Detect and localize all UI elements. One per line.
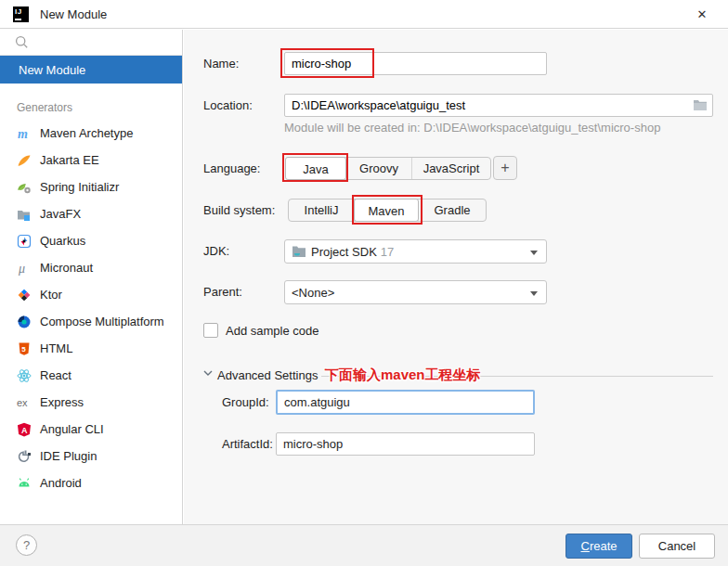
generators-section-label: Generators (17, 101, 72, 114)
sidebar-item-quarkus[interactable]: Quarkus (0, 227, 182, 254)
maven-coordinates-annotation: 下面输入maven工程坐标 (325, 367, 481, 384)
spring-initializr-icon (16, 179, 32, 195)
svg-text:μ: μ (18, 261, 25, 275)
create-button-label: reate (590, 539, 618, 553)
language-option-javascript[interactable]: JavaScript (412, 158, 490, 179)
build-system-segmented-control: IntelliJ Maven Gradle (288, 199, 487, 222)
sidebar-item-label: Micronaut (40, 261, 93, 275)
sidebar-item-react[interactable]: React (0, 362, 182, 389)
maven-archetype-icon: m (16, 125, 32, 141)
new-module-form: Name: micro-shop Location: D:\IDEA\works… (184, 30, 728, 524)
sidebar-item-android[interactable]: Android (0, 470, 182, 496)
sidebar-item-compose-multiplatform[interactable]: Compose Multiplatform (0, 308, 182, 335)
location-input[interactable]: D:\IDEA\workspace\atguigu_test (284, 94, 713, 117)
sidebar-item-label: JavaFX (40, 207, 81, 221)
language-option-groovy[interactable]: Groovy (346, 158, 412, 179)
language-segmented-control: Java Groovy JavaScript (285, 157, 491, 180)
sidebar-item-label: Angular CLI (40, 422, 104, 436)
advanced-settings-toggle[interactable]: Advanced Settings (217, 367, 318, 384)
chevron-down-icon (530, 291, 538, 296)
artifactid-input[interactable]: micro-shop (276, 432, 535, 456)
build-option-maven[interactable]: Maven (354, 199, 419, 222)
sidebar-item-jakarta-ee[interactable]: Jakarta EE (0, 147, 182, 174)
parent-label: Parent: (203, 280, 242, 303)
collapse-chevron-icon[interactable] (203, 369, 213, 377)
sidebar-item-angular-cli[interactable]: A Angular CLI (0, 416, 182, 443)
svg-text:A: A (21, 425, 28, 434)
name-input[interactable]: micro-shop (284, 52, 547, 75)
sidebar-item-label: Express (40, 395, 84, 409)
close-icon[interactable]: ✕ (693, 6, 711, 24)
android-icon (16, 475, 32, 491)
search-input[interactable] (0, 30, 182, 56)
language-label: Language: (203, 157, 260, 180)
sidebar-item-label: Quarkus (40, 234, 85, 248)
search-icon (15, 35, 29, 49)
build-option-gradle[interactable]: Gradle (419, 199, 486, 221)
dialog-footer: ? Create Cancel (0, 524, 728, 566)
micronaut-icon: μ (16, 260, 32, 276)
chevron-down-icon (530, 251, 538, 255)
sidebar-item-label: IDE Plugin (40, 449, 97, 463)
groupid-input[interactable]: com.atguigu (276, 390, 535, 415)
sidebar-item-micronaut[interactable]: μ Micronaut (0, 254, 182, 281)
jdk-label: JDK: (203, 239, 229, 263)
sidebar-item-ide-plugin[interactable]: IDE Plugin (0, 443, 182, 470)
help-button[interactable]: ? (16, 534, 37, 556)
react-icon (16, 367, 32, 383)
add-sample-code-checkbox[interactable] (203, 323, 218, 338)
svg-text:5: 5 (21, 344, 26, 353)
sidebar-item-express[interactable]: ex Express (0, 389, 182, 416)
sidebar-item-label: Ktor (40, 288, 62, 302)
language-option-java[interactable]: Java (285, 157, 346, 180)
name-label: Name: (203, 52, 239, 75)
location-hint: Module will be created in: D:\IDEA\works… (284, 121, 660, 135)
sidebar-item-label: Spring Initializr (40, 180, 119, 194)
sidebar-item-html[interactable]: 5 HTML (0, 335, 182, 362)
create-button-mnemonic: C (580, 539, 589, 553)
generators-list: m Maven Archetype Jakarta EE Spring Init… (0, 120, 182, 496)
sidebar-item-javafx[interactable]: JavaFX (0, 200, 182, 227)
parent-dropdown[interactable]: <None> (284, 280, 547, 304)
create-button[interactable]: Create (566, 534, 632, 559)
sidebar-item-maven-archetype[interactable]: m Maven Archetype (0, 120, 182, 147)
sdk-folder-icon (292, 245, 306, 258)
sidebar-item-new-module[interactable]: New Module (0, 56, 182, 84)
express-icon: ex (16, 394, 32, 410)
browse-folder-icon[interactable] (693, 98, 708, 111)
add-language-button[interactable]: + (493, 156, 517, 180)
add-sample-code-label: Add sample code (226, 319, 318, 342)
intellij-logo-icon: IJ (13, 6, 29, 22)
quarkus-icon (16, 233, 32, 249)
jdk-version: 17 (381, 245, 394, 259)
jdk-dropdown[interactable]: Project SDK 17 (284, 239, 547, 264)
artifactid-label: ArtifactId: (222, 432, 273, 456)
title-bar: IJ New Module ✕ (0, 0, 728, 29)
javafx-icon (16, 206, 32, 222)
sidebar-item-spring-initializr[interactable]: Spring Initializr (0, 174, 182, 200)
angular-cli-icon: A (16, 421, 32, 437)
jakarta-ee-icon (16, 152, 32, 168)
ide-plugin-icon (16, 448, 32, 464)
svg-text:ex: ex (17, 397, 28, 408)
groupid-label: GroupId: (222, 391, 269, 414)
html-icon: 5 (16, 341, 32, 356)
location-label: Location: (203, 94, 253, 117)
sidebar-item-label: Maven Archetype (40, 126, 133, 140)
generators-sidebar: New Module Generators m Maven Archetype … (0, 30, 183, 524)
sidebar-item-label: HTML (40, 341, 72, 355)
compose-multiplatform-icon (16, 314, 32, 329)
window-title: New Module (40, 7, 107, 21)
jdk-value: Project SDK (311, 245, 377, 259)
sidebar-item-label: React (40, 368, 72, 382)
sidebar-item-label: Jakarta EE (40, 153, 99, 167)
sidebar-item-label: Compose Multiplatform (40, 315, 164, 328)
cancel-button[interactable]: Cancel (639, 534, 715, 559)
sidebar-item-ktor[interactable]: Ktor (0, 281, 182, 308)
parent-value: <None> (292, 286, 334, 300)
build-option-intellij[interactable]: IntelliJ (289, 199, 355, 221)
build-system-label: Build system: (203, 199, 275, 222)
ktor-icon (16, 287, 32, 302)
sidebar-item-label: Android (40, 476, 82, 490)
new-module-dialog: IJ New Module ✕ New Module Generators m … (0, 0, 728, 566)
